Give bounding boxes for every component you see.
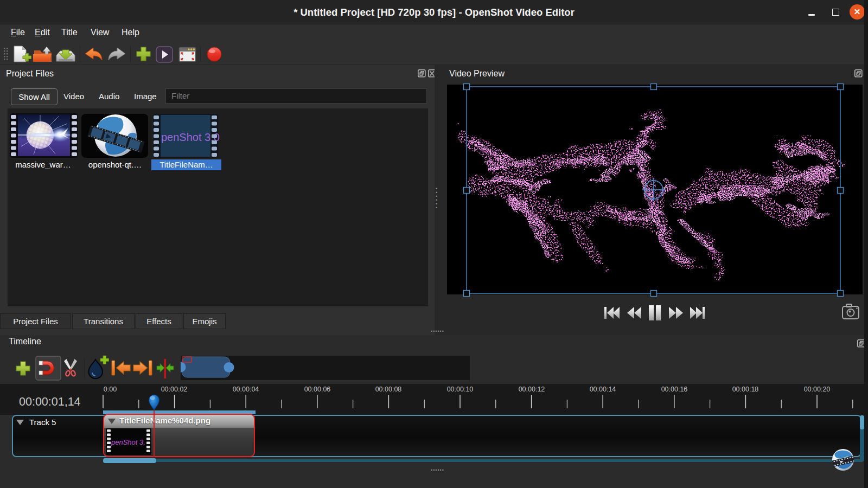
svg-text:penShot 3.: penShot 3. (111, 438, 145, 446)
svg-text:penShot 3.0: penShot 3.0 (161, 131, 220, 143)
